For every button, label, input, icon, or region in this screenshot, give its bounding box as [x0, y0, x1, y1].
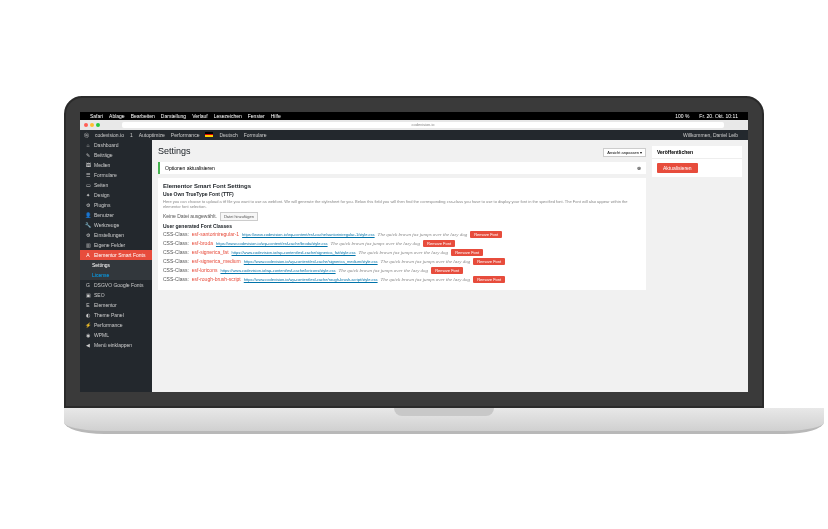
font-url-link[interactable]: https://www.codevision.io/wp-content/esf… [244, 259, 378, 264]
sidebar-item-wpml[interactable]: ◉WPML [80, 330, 152, 340]
sidebar-item-label: Seiten [94, 182, 108, 188]
sidebar-item-einstellungen[interactable]: ⚙Einstellungen [80, 230, 152, 240]
font-row: CSS-Class: esf-signerica_fat https://www… [163, 249, 641, 256]
sidebar-item-medien[interactable]: 🖼Medien [80, 160, 152, 170]
no-file-text: Keine Datei ausgewählt. [163, 213, 217, 219]
font-sample: The quick brown fox jumps over the lazy … [378, 232, 468, 237]
notice-text: Optionen aktualisieren [165, 165, 215, 171]
menu-icon: ⚙ [85, 202, 91, 208]
autoptimize-link[interactable]: Autoptimize [139, 132, 165, 138]
menu-bookmarks[interactable]: Lesezeichen [214, 113, 242, 119]
css-label: CSS-Class: [163, 249, 189, 255]
remove-font-button[interactable]: Remove Font [473, 276, 505, 283]
menu-icon: ✦ [85, 192, 91, 198]
font-row: CSS-Class: esf-signerica_medium https://… [163, 258, 641, 265]
menu-icon: ◀ [85, 342, 91, 348]
card-title: Elementor Smart Font Settings [163, 183, 641, 189]
menu-icon: E [85, 302, 91, 308]
sidebar-item-label: Performance [94, 322, 123, 328]
menu-edit[interactable]: Bearbeiten [131, 113, 155, 119]
wp-logo-icon[interactable]: ⓦ [84, 132, 89, 138]
sidebar-item-eigene-felder[interactable]: ▥Eigene Felder [80, 240, 152, 250]
menu-help[interactable]: Hilfe [271, 113, 281, 119]
sidebar-item-label: Elementor [94, 302, 117, 308]
screen-options-button[interactable]: Ansicht anpassen ▾ [603, 148, 646, 157]
remove-font-button[interactable]: Remove Font [423, 240, 455, 247]
sidebar-item-werkzeuge[interactable]: 🔧Werkzeuge [80, 220, 152, 230]
sidebar-item-label: Elementor Smart Fonts [94, 252, 145, 258]
font-sample: The quick brown fox jumps over the lazy … [339, 268, 429, 273]
sidebar-item-label: Beiträge [94, 152, 113, 158]
close-icon[interactable] [84, 123, 88, 127]
remove-font-button[interactable]: Remove Font [473, 258, 505, 265]
font-url-link[interactable]: https://www.codevision.io/wp-content/esf… [216, 241, 328, 246]
sidebar-item-dsgvo-google-fonts[interactable]: GDSGVO Google Fonts [80, 280, 152, 290]
font-url-link[interactable]: https://www.codevision.io/wp-content/esf… [242, 232, 375, 237]
sidebar-item-menü-einklappen[interactable]: ◀Menü einklappen [80, 340, 152, 350]
sidebar-item-seo[interactable]: ▣SEO [80, 290, 152, 300]
menu-icon: ▥ [85, 242, 91, 248]
sidebar-item-label: Einstellungen [94, 232, 124, 238]
sidebar-item-label: Werkzeuge [94, 222, 119, 228]
menu-icon: ⌂ [85, 142, 91, 148]
upload-title: Use Own TrueType Font (TTF) [163, 191, 641, 197]
menu-icon: 🖼 [85, 162, 91, 168]
minimize-icon[interactable] [90, 123, 94, 127]
sidebar-item-label: Theme Panel [94, 312, 124, 318]
menu-icon: 👤 [85, 212, 91, 218]
font-sample: The quick brown fox jumps over the lazy … [359, 250, 449, 255]
font-sample: The quick brown fox jumps over the lazy … [381, 259, 471, 264]
menu-icon: ▭ [85, 182, 91, 188]
sidebar-item-elementor-smart-fonts[interactable]: AElementor Smart Fonts [80, 250, 152, 260]
sidebar-item-settings[interactable]: Settings [80, 260, 152, 270]
screen: Safari Ablage Bearbeiten Darstellung Ver… [80, 112, 748, 392]
menu-history[interactable]: Verlauf [192, 113, 208, 119]
sidebar-item-formulare[interactable]: ☰Formulare [80, 170, 152, 180]
remove-font-button[interactable]: Remove Font [431, 267, 463, 274]
sidebar-item-benutzer[interactable]: 👤Benutzer [80, 210, 152, 220]
menu-icon: ▣ [85, 292, 91, 298]
font-url-link[interactable]: https://www.codevision.io/wp-content/esf… [220, 268, 335, 273]
menu-file[interactable]: Ablage [109, 113, 125, 119]
flag-de-icon [205, 132, 213, 137]
font-url-link[interactable]: https://www.codevision.io/wp-content/esf… [232, 250, 356, 255]
sidebar-item-plugins[interactable]: ⚙Plugins [80, 200, 152, 210]
updates-link[interactable]: 1 [130, 132, 133, 138]
language-link[interactable]: Deutsch [219, 132, 237, 138]
laptop-base [64, 408, 824, 434]
menu-window[interactable]: Fenster [248, 113, 265, 119]
menu-icon: ◐ [85, 312, 91, 318]
publish-box: Veröffentlichen Aktualisieren [652, 146, 742, 177]
settings-card: Elementor Smart Font Settings Use Own Tr… [158, 178, 646, 290]
remove-font-button[interactable]: Remove Font [451, 249, 483, 256]
upload-desc: Here you can choose to upload a ttf file… [163, 199, 641, 210]
sidebar-item-beiträge[interactable]: ✎Beiträge [80, 150, 152, 160]
app-name[interactable]: Safari [90, 113, 103, 119]
font-row: CSS-Class: esf-loricons https://www.code… [163, 267, 641, 274]
sidebar-item-design[interactable]: ✦Design [80, 190, 152, 200]
dismiss-icon[interactable]: ⊗ [637, 165, 641, 171]
remove-font-button[interactable]: Remove Font [470, 231, 502, 238]
url-bar[interactable]: codevision.io [122, 122, 724, 128]
maximize-icon[interactable] [96, 123, 100, 127]
file-upload-button[interactable]: Datei hinzufügen [220, 212, 258, 221]
css-class-value: esf-signerica_fat [192, 249, 229, 255]
forms-link[interactable]: Formulare [244, 132, 267, 138]
clock[interactable]: Fr. 20. Okt. 10:11 [699, 113, 738, 119]
font-url-link[interactable]: https://www.codevision.io/wp-content/esf… [244, 277, 378, 282]
menu-icon: ◉ [85, 332, 91, 338]
publish-button[interactable]: Aktualisieren [657, 163, 698, 173]
css-class-value: esf-rough-brush-script [192, 276, 241, 282]
menu-view[interactable]: Darstellung [161, 113, 186, 119]
performance-link[interactable]: Performance [171, 132, 200, 138]
welcome-user[interactable]: Willkommen, Daniel Leib [683, 132, 738, 138]
site-link[interactable]: codevision.io [95, 132, 124, 138]
sidebar-item-theme-panel[interactable]: ◐Theme Panel [80, 310, 152, 320]
css-class-value: esf-broda [192, 240, 213, 246]
sidebar-item-dashboard[interactable]: ⌂Dashboard [80, 140, 152, 150]
sidebar-item-license[interactable]: License [80, 270, 152, 280]
sidebar-item-elementor[interactable]: EElementor [80, 300, 152, 310]
wifi-icon[interactable]: 100 % [675, 113, 689, 119]
sidebar-item-performance[interactable]: ⚡Performance [80, 320, 152, 330]
sidebar-item-seiten[interactable]: ▭Seiten [80, 180, 152, 190]
